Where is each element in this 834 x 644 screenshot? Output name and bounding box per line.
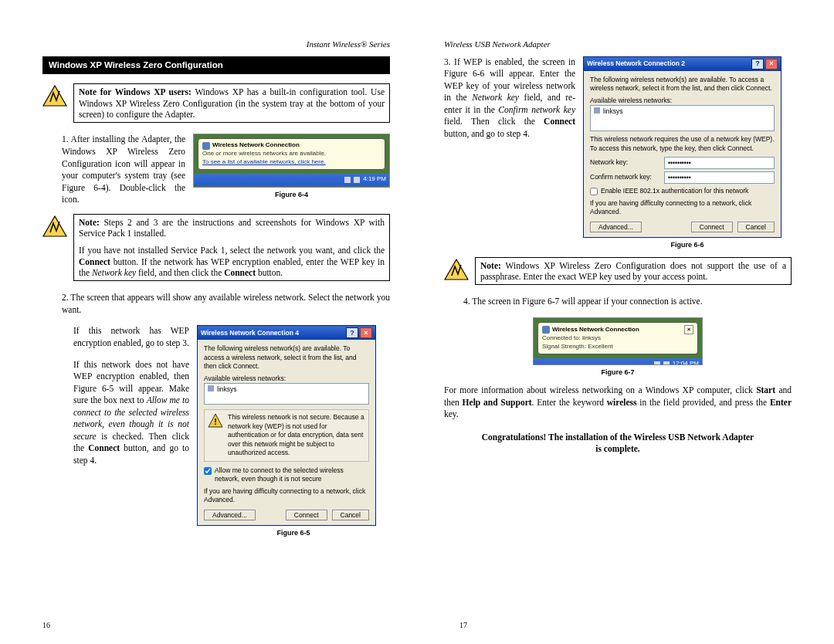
note-3: Note: Windows XP Wireless Zero Configura… xyxy=(444,257,792,286)
pagenum-right: 17 xyxy=(459,620,792,631)
figure-6-4: Wireless Network Connection One or more … xyxy=(193,134,390,205)
step-1-row: 1. After installing the Adapter, the Win… xyxy=(42,134,390,205)
advanced-button[interactable]: Advanced... xyxy=(204,510,256,520)
note-box-3: Note: Windows XP Wireless Zero Configura… xyxy=(475,257,792,286)
warning-icon xyxy=(42,215,67,237)
balloon67-line2: Signal Strength: Excellent xyxy=(542,343,693,351)
balloon-67: Wireless Network Connection× Connected t… xyxy=(537,322,698,354)
right-page: Wireless USB Network Adapter 3. If WEP i… xyxy=(417,0,834,644)
balloon64-line1: One or more wireless networks are availa… xyxy=(202,150,381,158)
taskbar-67: 12:04 PM xyxy=(534,358,702,365)
fig66-caption: Figure 6-6 xyxy=(583,240,792,249)
dialog65-warn: This wireless network is not secure. Bec… xyxy=(228,413,365,457)
balloon64-link[interactable]: To see a list of available networks, cli… xyxy=(202,158,326,165)
pagenum-left: 16 xyxy=(42,620,50,631)
connect-button[interactable]: Connect xyxy=(691,222,733,232)
close-icon[interactable]: × xyxy=(684,325,693,334)
connect-button[interactable]: Connect xyxy=(286,510,327,520)
help-button[interactable]: ? xyxy=(751,59,764,69)
dialog66-title: Wireless Network Connection 2 xyxy=(587,59,685,68)
step-2-text: If this network has WEP encryption enabl… xyxy=(73,325,189,537)
warning-icon xyxy=(444,259,469,280)
tray-icon[interactable] xyxy=(654,361,660,365)
confirm-key-input[interactable] xyxy=(664,171,775,184)
cancel-button[interactable]: Cancel xyxy=(737,222,775,232)
help-button[interactable]: ? xyxy=(346,327,358,338)
dialog65-listbox[interactable]: linksys xyxy=(204,383,369,405)
balloon64-title: Wireless Network Connection xyxy=(212,141,300,150)
network-key-input[interactable] xyxy=(664,157,775,169)
figure-6-6: Wireless Network Connection 2 ? × The fo… xyxy=(583,56,792,249)
dialog65-intro: The following wireless network(s) are av… xyxy=(204,344,369,371)
left-page: Instant Wireless® Series Windows XP Wire… xyxy=(0,0,417,644)
figure-6-5: Wireless Network Connection 4 ? × The fo… xyxy=(197,325,390,537)
section-title: Windows XP Wireless Zero Configuration xyxy=(42,56,390,75)
note-2: Note: Steps 2 and 3 are the instructions… xyxy=(42,214,390,282)
note2-text: Steps 2 and 3 are the instructions and s… xyxy=(79,218,385,238)
wifi-icon xyxy=(542,326,550,334)
dialog-65: Wireless Network Connection 4 ? × The fo… xyxy=(197,325,376,525)
cancel-button[interactable]: Cancel xyxy=(332,510,369,520)
balloon67-title: Wireless Network Connection xyxy=(552,326,639,334)
dialog65-title: Wireless Network Connection 4 xyxy=(201,329,299,337)
balloon-64: Wireless Network Connection One or more … xyxy=(198,138,385,169)
dialog66-titlebar: Wireless Network Connection 2 ? × xyxy=(584,57,781,71)
dialog65-warnbox: ! This wireless network is not secure. B… xyxy=(204,409,369,461)
close-button[interactable]: × xyxy=(765,59,778,69)
shield-warning-icon: ! xyxy=(208,413,223,429)
dialog65-checkbox[interactable]: Allow me to connect to the selected wire… xyxy=(204,466,369,484)
advanced-button[interactable]: Advanced... xyxy=(590,222,642,232)
wifi-icon xyxy=(202,142,210,150)
network-key-row: Network key: xyxy=(590,157,775,169)
dialog66-listbox[interactable]: linksys xyxy=(590,105,775,131)
tray-icon[interactable] xyxy=(344,177,351,183)
close-button[interactable]: × xyxy=(360,327,372,338)
fig64-caption: Figure 6-4 xyxy=(193,190,390,199)
dialog66-avail-label: Available wireless networks: xyxy=(590,97,775,105)
step-3-row: 3. If WEP is enabled, the screen in Figu… xyxy=(444,56,792,249)
step2a: If this network has WEP encryption enabl… xyxy=(73,325,189,349)
tray-icon[interactable] xyxy=(663,361,670,365)
balloon67-line1: Connected to: linksys xyxy=(542,334,693,343)
dialog-66: Wireless Network Connection 2 ? × The fo… xyxy=(583,56,781,238)
step-1-text: 1. After installing the Adapter, the Win… xyxy=(62,134,185,205)
note1-bold: Note for Windows XP users: xyxy=(79,87,192,97)
dialog66-intro: The following wireless network(s) are av… xyxy=(590,76,775,93)
fig65-caption: Figure 6-5 xyxy=(197,528,390,537)
tray-icon[interactable] xyxy=(354,177,360,183)
dialog66-advhint: If you are having difficulty connecting … xyxy=(590,199,775,217)
dialog65-advhint: If you are having difficulty connecting … xyxy=(204,487,369,505)
dialog66-checkbox[interactable]: Enable IEEE 802.1x authentication for th… xyxy=(590,187,775,195)
taskbar-64: 4:19 PM xyxy=(194,174,389,186)
left-header: Instant Wireless® Series xyxy=(42,39,390,50)
step-4: 4. The screen in Figure 6-7 will appear … xyxy=(463,296,792,308)
confirm-key-row: Confirm network key: xyxy=(590,171,775,184)
note2-bold: Note: xyxy=(79,218,100,227)
svg-text:!: ! xyxy=(214,417,217,426)
warning-icon xyxy=(42,85,67,107)
time-64: 4:19 PM xyxy=(363,175,386,184)
note-box-2: Note: Steps 2 and 3 are the instructions… xyxy=(73,214,390,282)
more-info: For more information about wireless netw… xyxy=(444,385,792,421)
note3-bold: Note: xyxy=(480,261,501,270)
figure-6-7: Wireless Network Connection× Connected t… xyxy=(444,317,792,377)
time-67: 12:04 PM xyxy=(673,360,699,365)
congrats: Congratulations! The installation of the… xyxy=(444,432,792,456)
step-3-text: 3. If WEP is enabled, the screen in Figu… xyxy=(444,56,575,249)
note-box-1: Note for Windows XP users: Windows XP ha… xyxy=(73,83,390,123)
fig67-caption: Figure 6-7 xyxy=(601,368,634,377)
dialog65-titlebar: Wireless Network Connection 4 ? × xyxy=(198,326,375,340)
dialog66-wephint: This wireless network requires the use o… xyxy=(590,135,775,153)
right-header: Wireless USB Network Adapter xyxy=(444,39,792,50)
note-1: Note for Windows XP users: Windows XP ha… xyxy=(42,83,390,123)
dialog65-avail-label: Available wireless networks: xyxy=(204,375,369,383)
note3-text: Windows XP Wireless Zero Configuration d… xyxy=(480,261,786,281)
step-2-row: If this network has WEP encryption enabl… xyxy=(42,325,390,537)
step-2-intro: 2. The screen that appears will show any… xyxy=(62,292,390,316)
